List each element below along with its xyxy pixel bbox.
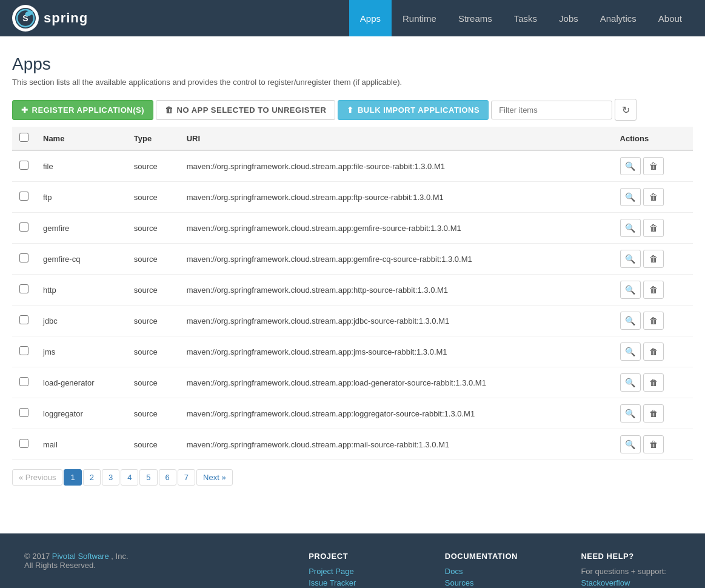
row-actions: 🔍 🗑	[613, 150, 693, 182]
trash-icon: 🗑	[165, 105, 173, 115]
logo: S spring	[12, 5, 88, 32]
upload-icon: ⬆	[347, 105, 354, 115]
bulk-import-button[interactable]: ⬆ BULK IMPORT APPLICATIONS	[338, 100, 489, 120]
footer-link[interactable]: Sources	[445, 578, 545, 587]
search-button[interactable]: 🔍	[620, 219, 641, 237]
search-button[interactable]: 🔍	[620, 342, 641, 361]
nav-link-jobs[interactable]: Jobs	[548, 0, 589, 36]
logo-icon: S	[12, 5, 39, 32]
delete-button[interactable]: 🗑	[643, 312, 664, 330]
row-name: gemfire-cq	[36, 244, 127, 275]
row-name: gemfire	[36, 213, 127, 244]
nav-link-apps[interactable]: Apps	[349, 0, 392, 36]
search-button[interactable]: 🔍	[620, 404, 641, 423]
nav-link-tasks[interactable]: Tasks	[503, 0, 548, 36]
search-button[interactable]: 🔍	[620, 312, 641, 330]
row-actions: 🔍 🗑	[613, 429, 693, 460]
footer-copyright: © 2017 Pivotal Software , Inc. All Right…	[24, 552, 272, 588]
row-checkbox-cell	[12, 306, 36, 336]
table-row: mail source maven://org.springframework.…	[12, 429, 693, 460]
prev-page-button[interactable]: « Previous	[12, 469, 62, 486]
row-actions: 🔍 🗑	[613, 275, 693, 306]
row-checkbox[interactable]	[19, 408, 28, 417]
delete-button[interactable]: 🗑	[643, 281, 664, 299]
table-row: gemfire source maven://org.springframewo…	[12, 213, 693, 244]
table-row: ftp source maven://org.springframework.c…	[12, 182, 693, 213]
nav-link-runtime[interactable]: Runtime	[392, 0, 447, 36]
search-button[interactable]: 🔍	[620, 373, 641, 392]
row-uri: maven://org.springframework.cloud.stream…	[179, 244, 613, 275]
delete-button[interactable]: 🗑	[643, 404, 664, 423]
delete-button[interactable]: 🗑	[643, 188, 664, 206]
company-suffix: , Inc.	[111, 552, 128, 561]
page-button-4[interactable]: 4	[121, 469, 138, 486]
row-name: mail	[36, 429, 127, 460]
page-button-2[interactable]: 2	[83, 469, 101, 486]
select-all-checkbox[interactable]	[19, 133, 28, 142]
search-button[interactable]: 🔍	[620, 188, 641, 206]
row-name: jdbc	[36, 306, 127, 336]
row-type: source	[127, 429, 179, 460]
search-button[interactable]: 🔍	[620, 435, 641, 453]
row-checkbox[interactable]	[19, 377, 28, 386]
nav-link-analytics[interactable]: Analytics	[589, 0, 647, 36]
company-link[interactable]: Pivotal Software	[52, 552, 109, 561]
row-checkbox[interactable]	[19, 192, 28, 201]
row-name: jms	[36, 336, 127, 367]
delete-button[interactable]: 🗑	[643, 157, 664, 175]
main-content: Apps This section lists all the availabl…	[0, 36, 705, 533]
table-row: file source maven://org.springframework.…	[12, 150, 693, 182]
plus-icon: ✚	[21, 105, 28, 115]
nav-link-streams[interactable]: Streams	[447, 0, 503, 36]
filter-input[interactable]	[491, 101, 612, 119]
delete-button[interactable]: 🗑	[643, 219, 664, 237]
footer-link[interactable]: Stackoverflow	[581, 578, 681, 587]
row-checkbox[interactable]	[19, 346, 28, 355]
row-type: source	[127, 150, 179, 182]
page-button-3[interactable]: 3	[102, 469, 119, 486]
row-checkbox[interactable]	[19, 161, 28, 170]
row-checkbox-cell	[12, 182, 36, 213]
footer-link[interactable]: Issue Tracker	[309, 578, 409, 587]
bulk-import-label: BULK IMPORT APPLICATIONS	[358, 105, 479, 115]
footer-section-heading: DOCUMENTATION	[445, 552, 545, 561]
select-all-header	[12, 127, 36, 150]
row-checkbox[interactable]	[19, 315, 28, 324]
page-button-5[interactable]: 5	[139, 469, 157, 486]
footer-section-2: NEED HELP?For questions + support:Stacko…	[581, 552, 681, 588]
footer-link[interactable]: Docs	[445, 567, 545, 576]
refresh-button[interactable]: ↻	[615, 99, 637, 121]
table-row: gemfire-cq source maven://org.springfram…	[12, 244, 693, 275]
row-uri: maven://org.springframework.cloud.stream…	[179, 275, 613, 306]
footer-link[interactable]: Project Page	[309, 567, 409, 576]
delete-button[interactable]: 🗑	[643, 435, 664, 453]
nav-link-about[interactable]: About	[647, 0, 693, 36]
next-page-button[interactable]: Next »	[196, 469, 233, 486]
footer-sections: PROJECTProject PageIssue TrackerDOCUMENT…	[309, 552, 681, 588]
row-checkbox[interactable]	[19, 253, 28, 262]
row-checkbox-cell	[12, 367, 36, 398]
search-button[interactable]: 🔍	[620, 250, 641, 268]
delete-button[interactable]: 🗑	[643, 250, 664, 268]
row-checkbox[interactable]	[19, 284, 28, 293]
row-name: loggregator	[36, 398, 127, 429]
unregister-label: NO APP SELECTED TO UNREGISTER	[177, 105, 327, 115]
row-type: source	[127, 398, 179, 429]
footer-section-0: PROJECTProject PageIssue Tracker	[309, 552, 409, 588]
delete-button[interactable]: 🗑	[643, 373, 664, 392]
copyright-year: © 2017	[24, 552, 50, 561]
unregister-button[interactable]: 🗑 NO APP SELECTED TO UNREGISTER	[156, 100, 335, 120]
apps-table: Name Type URI Actions file source maven:…	[12, 127, 693, 460]
row-checkbox[interactable]	[19, 439, 28, 448]
search-button[interactable]: 🔍	[620, 281, 641, 299]
delete-button[interactable]: 🗑	[643, 342, 664, 361]
row-checkbox-cell	[12, 150, 36, 182]
page-button-1[interactable]: 1	[64, 469, 81, 486]
register-button[interactable]: ✚ REGISTER APPLICATION(S)	[12, 100, 153, 120]
row-checkbox[interactable]	[19, 222, 28, 232]
table-row: load-generator source maven://org.spring…	[12, 367, 693, 398]
page-button-6[interactable]: 6	[159, 469, 176, 486]
page-button-7[interactable]: 7	[178, 469, 195, 486]
col-name: Name	[36, 127, 127, 150]
search-button[interactable]: 🔍	[620, 157, 641, 175]
